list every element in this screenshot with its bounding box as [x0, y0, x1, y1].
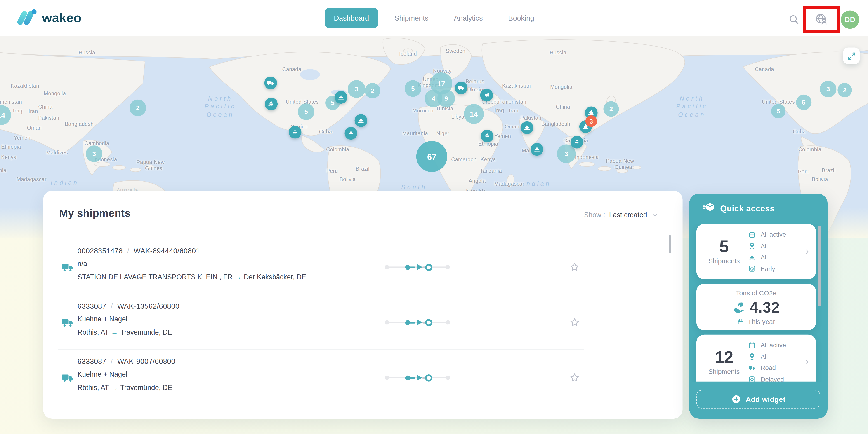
filter-label: Delayed — [761, 376, 784, 381]
quick-access-scrollbar[interactable] — [818, 226, 821, 306]
map-cluster-bubble[interactable]: 5 — [796, 95, 812, 110]
map-country-label: Bangladesh — [65, 121, 94, 127]
map-marker-ship-icon[interactable] — [570, 136, 583, 148]
map-cluster-bubble[interactable]: 5 — [771, 104, 785, 118]
map-fullscreen-button[interactable] — [843, 48, 860, 64]
map-alert-badge[interactable]: 3 — [585, 115, 597, 127]
location-pin-icon — [748, 242, 756, 249]
tab-shipments[interactable]: Shipments — [385, 8, 437, 28]
shipment-info: 00028351478/WAK-894440/60801 n/a STATION… — [78, 246, 306, 281]
shipment-row[interactable]: 6333087/WAK-13562/60800 Kuehne + Nagel R… — [43, 294, 683, 349]
widget-shipments-delayed[interactable]: 12 Shipments All active All Road Delayed — [696, 335, 816, 381]
quick-access-title: Quick access — [720, 203, 775, 213]
globe-user-icon[interactable] — [815, 13, 828, 26]
ocean-label: North — [680, 95, 704, 102]
map-cluster-bubble[interactable]: 14 — [464, 104, 484, 124]
widget-filters: All active All Road Delayed — [748, 340, 786, 381]
ocean-label: North — [208, 95, 232, 102]
map-cluster-bubble[interactable]: 2 — [837, 83, 852, 97]
shipment-ref: 00028351478 — [78, 246, 123, 255]
wakeo-logo-icon — [19, 8, 36, 27]
map-cluster-bubble[interactable]: 3 — [820, 81, 836, 97]
map-cluster-bubble[interactable]: 3 — [348, 80, 365, 98]
co2-label: Tons of CO2e — [696, 289, 816, 297]
avatar[interactable]: DD — [841, 11, 859, 29]
carrier-name: Kuehne + Nagel — [78, 371, 176, 378]
calendar-icon — [737, 319, 744, 325]
sort-dropdown[interactable]: Show : Last created — [584, 211, 659, 219]
filter-label: All active — [761, 231, 786, 238]
filter-label: Road — [761, 364, 776, 371]
map-cluster-bubble[interactable]: 2 — [365, 83, 380, 98]
search-icon[interactable] — [788, 14, 799, 25]
map-marker-plane-icon[interactable] — [480, 89, 493, 101]
brand-logo[interactable]: wakeo — [19, 8, 82, 27]
ocean-label: Pacific — [205, 103, 236, 109]
map-marker-ship-icon[interactable] — [335, 91, 347, 104]
favorite-star-icon[interactable] — [569, 317, 580, 328]
co2-value-row: 4.32 — [696, 299, 816, 316]
ocean-label: Indian — [523, 180, 551, 187]
map-cluster-bubble[interactable]: 3 — [86, 145, 102, 162]
shipment-wak: WAK-894440/60801 — [134, 246, 200, 255]
calendar-icon — [748, 231, 756, 238]
favorite-star-icon[interactable] — [569, 372, 580, 383]
map-cluster-bubble[interactable]: 5 — [298, 103, 314, 120]
map-cluster-bubble[interactable]: 14 — [0, 105, 11, 125]
map-country-label: Iran — [509, 107, 519, 113]
shipments-scrollbar[interactable] — [669, 235, 671, 253]
shipment-row[interactable]: 6333087/WAK-9007/60800 Kuehne + Nagel Rö… — [43, 349, 683, 404]
map-country-label: Cambodia — [85, 140, 110, 146]
tab-analytics[interactable]: Analytics — [445, 8, 492, 28]
map-country-label: Mauritania — [402, 130, 428, 136]
map-cluster-bubble[interactable]: 67 — [416, 141, 447, 172]
map-cluster-bubble[interactable]: 2 — [603, 101, 619, 117]
separator: / — [111, 357, 113, 366]
map-marker-truck-icon[interactable] — [264, 76, 277, 89]
map-cluster-bubble[interactable]: 2 — [129, 100, 146, 116]
map-marker-truck-icon[interactable] — [455, 81, 467, 94]
filter-label: Early — [761, 265, 775, 272]
route-arrow-icon: → — [111, 329, 118, 336]
route-arrow-icon: → — [235, 273, 242, 281]
brand-name: wakeo — [42, 10, 82, 25]
tab-dashboard[interactable]: Dashboard — [325, 8, 378, 28]
map-country-label: Tanzania — [0, 167, 6, 173]
co2-period: This year — [748, 318, 775, 326]
shipment-unit: Shipments — [708, 368, 740, 375]
favorite-star-icon[interactable] — [569, 262, 580, 272]
widget-count-block: 12 Shipments — [704, 335, 744, 381]
map-country-label: Turkmenistan — [493, 99, 526, 105]
carrier-name: Kuehne + Nagel — [78, 315, 180, 323]
map-marker-ship-icon[interactable] — [344, 127, 357, 139]
map-cluster-bubble[interactable]: 5 — [405, 80, 421, 97]
separator: / — [111, 302, 113, 310]
map-marker-ship-icon[interactable] — [355, 114, 367, 127]
map-marker-ship-icon[interactable] — [265, 98, 278, 110]
widget-shipments-early[interactable]: 5 Shipments All active All All Early — [696, 224, 816, 279]
chevron-right-icon[interactable] — [804, 359, 810, 365]
chevron-right-icon[interactable] — [804, 248, 810, 255]
tab-booking[interactable]: Booking — [499, 8, 543, 28]
ocean-label: Indian — [51, 179, 79, 186]
map-marker-ship-icon[interactable] — [481, 130, 493, 142]
map-cluster-bubble[interactable]: 9 — [437, 90, 455, 107]
primary-nav: Dashboard Shipments Analytics Booking — [325, 0, 543, 36]
map-marker-ship-icon[interactable] — [289, 126, 301, 138]
map-country-label: Madagascar — [494, 181, 524, 187]
map-country-label: Papua New — [136, 159, 165, 165]
chevron-down-icon — [651, 211, 659, 219]
map-country-label: Indonesia — [575, 154, 598, 160]
map-country-label: Iceland — [399, 51, 417, 57]
map-country-label: Iran — [29, 108, 38, 114]
add-widget-button[interactable]: Add widget — [696, 390, 820, 409]
location-pin-icon — [748, 353, 756, 360]
map-marker-ship-icon[interactable] — [521, 122, 533, 134]
map-marker-ship-icon[interactable] — [530, 143, 543, 156]
shipment-ref: 6333087 — [78, 357, 106, 366]
shipment-row[interactable]: 00028351478/WAK-894440/60801 n/a STATION… — [43, 238, 683, 294]
map-country-label: Papua New — [606, 158, 634, 164]
widget-co2[interactable]: Tons of CO2e 4.32 This year — [696, 283, 816, 330]
map-country-label: Yemen — [494, 133, 511, 139]
ocean-label: Ocean — [207, 111, 234, 118]
